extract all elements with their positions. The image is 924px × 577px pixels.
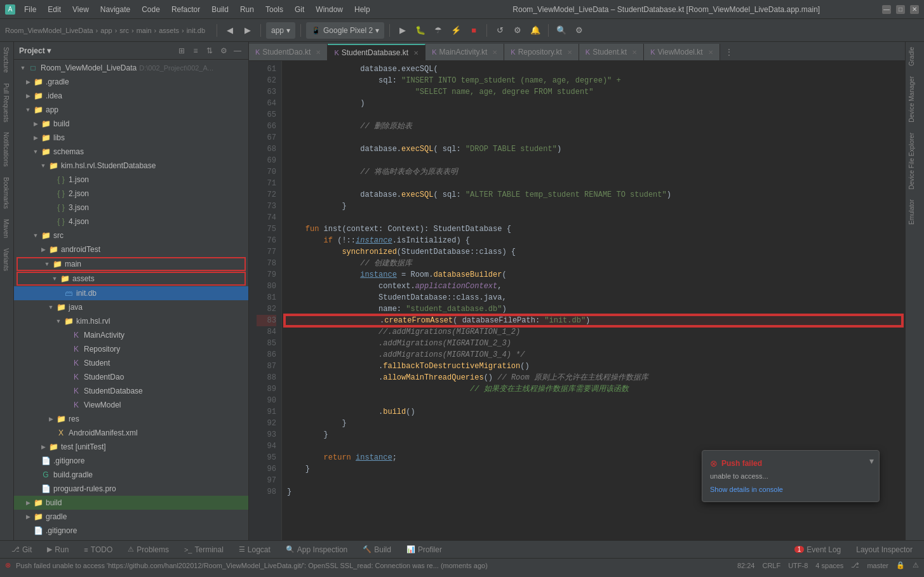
variants-panel-label[interactable]: Variants <box>0 243 13 276</box>
tree-test[interactable]: ▶ 📁 test [unitTest] <box>14 440 248 454</box>
tree-root[interactable]: ▼ □ Room_ViewModel_LiveData D:\002_Proje… <box>14 61 248 75</box>
tree-idea[interactable]: ▶ 📁 .idea <box>14 89 248 103</box>
bottom-tab-logcat[interactable]: ☰ Logcat <box>232 542 277 557</box>
menu-tools[interactable]: Tools <box>260 4 288 15</box>
menu-refactor[interactable]: Refactor <box>166 4 205 15</box>
tab-viewmodel[interactable]: K ViewModel.kt ✕ <box>644 44 720 60</box>
bottom-tab-appinspection[interactable]: 🔍 App Inspection <box>279 542 354 557</box>
tab-close-icon[interactable]: ✕ <box>567 49 572 56</box>
run-button[interactable]: ▶ <box>395 23 410 38</box>
tree-studentdatabase[interactable]: ▶ K StudentDatabase <box>14 384 248 398</box>
tree-main[interactable]: ▼ 📁 main <box>17 257 246 271</box>
tree-buildgradle-app[interactable]: ▶ G build.gradle <box>14 468 248 482</box>
search-button[interactable]: 🔍 <box>554 23 569 38</box>
tree-app[interactable]: ▼ 📁 app <box>14 103 248 117</box>
tree-res[interactable]: ▶ 📁 res <box>14 412 248 426</box>
code-editor[interactable]: 6162636465 6667686970 7172737475 7677787… <box>249 61 905 540</box>
maven-panel-label[interactable]: Maven <box>0 214 13 243</box>
status-line-ending[interactable]: CRLF <box>762 562 780 569</box>
tab-studentdao[interactable]: K StudentDao.kt ✕ <box>249 44 328 60</box>
device-manager-label[interactable]: Device Manager <box>906 71 924 128</box>
tab-studentdatabase[interactable]: K StudentDatabase.kt ✕ <box>328 44 425 60</box>
tree-1json[interactable]: ▶ { } 1.json <box>14 173 248 187</box>
device-selector[interactable]: 📱 Google Pixel 2 ▾ <box>306 22 384 39</box>
status-position[interactable]: 82:24 <box>737 562 755 569</box>
tree-proguard[interactable]: ▶ 📄 proguard-rules.pro <box>14 482 248 496</box>
device-file-explorer-label[interactable]: Device File Explorer <box>906 128 924 194</box>
tree-gitignore-root[interactable]: ▶ 📄 .gitignore <box>14 524 248 538</box>
tree-assets[interactable]: ▼ 📁 assets <box>17 272 246 286</box>
tree-buildgradle-root[interactable]: ▶ G build.gradle <box>14 538 248 540</box>
tab-repository[interactable]: K Repository.kt ✕ <box>504 44 579 60</box>
bottom-tab-eventlog[interactable]: 1 Event Log <box>788 542 848 557</box>
menu-git[interactable]: Git <box>290 4 309 15</box>
tree-package[interactable]: ▼ 📁 kim.hsl.rvl <box>14 314 248 328</box>
profile-button[interactable]: ⚡ <box>448 23 464 38</box>
tree-repository[interactable]: ▶ K Repository <box>14 342 248 356</box>
bottom-tab-git[interactable]: ⎇ Git <box>5 542 38 557</box>
notifications-button[interactable]: 🔔 <box>528 23 543 38</box>
tree-studentdb-schema[interactable]: ▼ 📁 kim.hsl.rvl.StudentDatabase <box>14 159 248 173</box>
menu-view[interactable]: View <box>67 4 94 15</box>
tab-close-icon[interactable]: ✕ <box>413 50 418 56</box>
tab-close-icon[interactable]: ✕ <box>632 49 637 56</box>
breadcrumb-root[interactable]: Room_ViewModel_LiveData <box>5 27 93 34</box>
tree-viewmodel[interactable]: ▶ K ViewModel <box>14 398 248 412</box>
settings-button[interactable]: ⚙ <box>510 23 525 38</box>
menu-code[interactable]: Code <box>137 4 165 15</box>
back-button[interactable]: ◀ <box>222 23 238 38</box>
tab-more-button[interactable]: ⋮ <box>720 44 738 60</box>
tree-studentdao[interactable]: ▶ K StudentDao <box>14 370 248 384</box>
tree-gradle[interactable]: ▶ 📁 gradle <box>14 510 248 524</box>
menu-build[interactable]: Build <box>206 4 234 15</box>
bottom-tab-todo[interactable]: ≡ TODO <box>77 542 119 557</box>
debug-button[interactable]: 🐛 <box>413 23 428 38</box>
gradle-panel-label[interactable]: Gradle <box>906 42 924 71</box>
tree-build[interactable]: ▶ 📁 build <box>14 117 248 131</box>
pull-requests-panel-label[interactable]: Pull Requests <box>0 78 13 128</box>
tree-gradle-hidden[interactable]: ▶ 📁 .gradle <box>14 75 248 89</box>
settings2-button[interactable]: ⚙ <box>572 23 587 38</box>
tree-androidtest[interactable]: ▶ 📁 androidTest <box>14 242 248 256</box>
menu-window[interactable]: Window <box>311 4 348 15</box>
sync-button[interactable]: ↺ <box>492 23 507 38</box>
minimize-button[interactable]: — <box>882 5 891 14</box>
bottom-tab-profiler[interactable]: 📊 Profiler <box>400 542 448 557</box>
breadcrumb-app[interactable]: app <box>100 27 112 34</box>
menu-edit[interactable]: Edit <box>43 4 66 15</box>
tree-src[interactable]: ▼ 📁 src <box>14 229 248 242</box>
notifications-panel-label[interactable]: Notifications <box>0 127 13 171</box>
forward-button[interactable]: ▶ <box>240 23 255 38</box>
tree-initdb[interactable]: ▶ 🗃 init.db <box>14 286 248 300</box>
tree-3json[interactable]: ▶ { } 3.json <box>14 201 248 215</box>
tree-schemas[interactable]: ▼ 📁 schemas <box>14 145 248 159</box>
tab-mainactivity[interactable]: K MainActivity.kt ✕ <box>425 44 504 60</box>
tree-manifest[interactable]: ▶ X AndroidManifest.xml <box>14 426 248 440</box>
project-icon-1[interactable]: ⊞ <box>176 45 187 56</box>
maximize-button[interactable]: □ <box>896 5 905 14</box>
tab-close-icon[interactable]: ✕ <box>708 49 713 56</box>
bottom-tab-run[interactable]: ▶ Run <box>41 542 75 557</box>
project-icon-4[interactable]: ⚙ <box>218 45 229 56</box>
bottom-tab-problems[interactable]: ⚠ Problems <box>121 542 175 557</box>
status-encoding[interactable]: UTF-8 <box>788 562 808 569</box>
notification-link[interactable]: Show details in console <box>710 486 783 493</box>
breadcrumb-src[interactable]: src <box>119 27 129 34</box>
emulator-label[interactable]: Emulator <box>906 194 924 230</box>
structure-panel-label[interactable]: Structure <box>0 42 13 78</box>
stop-button[interactable]: ■ <box>466 23 481 38</box>
breadcrumb-file[interactable]: init.db <box>187 27 205 34</box>
tree-gitignore-app[interactable]: ▶ 📄 .gitignore <box>14 454 248 468</box>
tab-student[interactable]: K Student.kt ✕ <box>579 44 644 60</box>
tree-mainactivity[interactable]: ▶ K MainActivity <box>14 328 248 342</box>
tree-libs[interactable]: ▶ 📁 libs <box>14 131 248 145</box>
run-config-selector[interactable]: app ▾ <box>266 22 295 39</box>
tree-2json[interactable]: ▶ { } 2.json <box>14 187 248 201</box>
close-button[interactable]: ✕ <box>910 5 919 14</box>
project-icon-2[interactable]: ≡ <box>190 45 201 56</box>
menu-navigate[interactable]: Navigate <box>95 4 135 15</box>
status-branch[interactable]: master <box>867 562 888 569</box>
tree-build-root[interactable]: ▶ 📁 build <box>14 496 248 510</box>
project-icon-5[interactable]: — <box>232 45 243 56</box>
menu-file[interactable]: File <box>19 4 41 15</box>
